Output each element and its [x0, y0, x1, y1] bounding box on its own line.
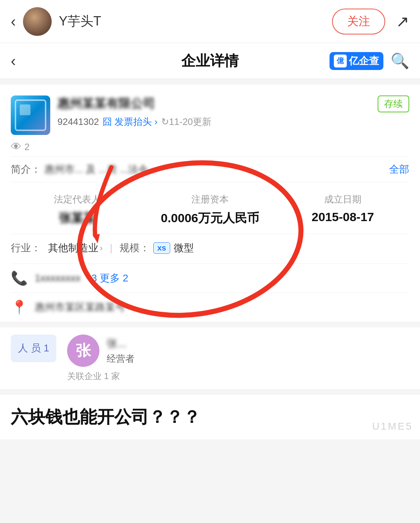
established-date-item: 成立日期 2015-08-17: [276, 193, 409, 227]
person-info: 张... 经营者: [107, 336, 135, 365]
user-name: Y芋头T: [59, 13, 332, 30]
industry-arrow-icon: ›: [100, 243, 103, 253]
personnel-content: 张 张... 经营者 关联企业 1 家: [67, 335, 409, 382]
person-card: 张 张... 经营者: [67, 335, 409, 367]
phone-icon: 📞: [11, 270, 28, 286]
address-icon: 📍: [11, 299, 28, 315]
summary-label: 简介：: [11, 163, 41, 176]
company-top-row: 惠州某某有限公司 92441302 囧 发票抬头 › ↻11-20更新 存续: [11, 95, 409, 135]
summary-more-link[interactable]: 全部: [389, 163, 409, 176]
person-avatar: 张: [67, 335, 99, 367]
yiqicha-icon: 億: [334, 55, 347, 67]
company-id: 92441302: [57, 116, 99, 127]
share-icon[interactable]: ↗: [396, 12, 409, 31]
summary-row: 简介： 惠州市... 及 ...类 ...法令... 全部: [11, 157, 409, 182]
views-row: 👁 2: [11, 141, 409, 153]
company-card: 惠州某某有限公司 92441302 囧 发票抬头 › ↻11-20更新 存续 👁…: [0, 85, 420, 322]
legal-rep-label: 法定代表人: [11, 193, 144, 206]
page-header: ‹ 企业详情 億 亿企查 🔍: [0, 43, 420, 79]
phone-text: 1xxxxxxxx: [35, 272, 81, 284]
address-text: 惠州市某区某路某号: [35, 300, 125, 314]
industry-row: 行业： 其他制造业 › | 规模： xs 微型: [11, 234, 409, 263]
scale-value: 微型: [174, 241, 194, 255]
xs-badge: xs: [153, 242, 170, 254]
person-name: 张...: [107, 336, 135, 351]
address-row: 📍 惠州市某区某路某号: [11, 293, 409, 322]
industry-value[interactable]: 其他制造业 ›: [48, 241, 103, 255]
company-logo: [11, 95, 50, 135]
industry-label: 行业：: [11, 241, 41, 255]
scale-section: 规模： xs 微型: [120, 241, 193, 255]
registered-capital-label: 注册资本: [144, 193, 276, 206]
page-back-button[interactable]: ‹: [11, 52, 16, 70]
established-date-value: 2015-08-17: [276, 210, 409, 224]
phone-more[interactable]: 3 更多 2: [92, 271, 129, 285]
watermark: U1ME5: [372, 421, 413, 432]
details-grid: 法定代表人 张某某 注册资本 0.0006万元人民币 成立日期 2015-08-…: [11, 182, 409, 234]
user-bar: ‹ Y芋头T 关注 ↗: [0, 0, 420, 43]
personnel-label: 人 员 1: [11, 335, 56, 362]
header-right: 億 亿企查 🔍: [330, 52, 409, 70]
status-badge: 存续: [378, 95, 409, 112]
follow-button[interactable]: 关注: [332, 9, 385, 34]
established-date-label: 成立日期: [276, 193, 409, 206]
summary-content: 惠州市... 及 ...类 ...法令...: [45, 163, 389, 176]
page-title: 企业详情: [181, 51, 239, 71]
top-back-button[interactable]: ‹: [11, 13, 16, 30]
company-info: 惠州某某有限公司 92441302 囧 发票抬头 › ↻11-20更新: [57, 95, 378, 128]
legal-rep-item: 法定代表人 张某某: [11, 193, 144, 227]
yiqicha-logo[interactable]: 億 亿企查: [330, 52, 383, 70]
registered-capital-item: 注册资本 0.0006万元人民币: [144, 193, 276, 227]
company-name: 惠州某某有限公司: [57, 95, 378, 112]
personnel-section: 人 员 1 张 张... 经营者 关联企业 1 家: [0, 327, 420, 389]
person-sub-info: 关联企业 1 家: [67, 370, 409, 382]
views-count: 2: [24, 141, 29, 153]
update-info: ↻11-20更新: [161, 116, 212, 128]
invoice-link[interactable]: 囧 发票抬头 ›: [103, 116, 158, 128]
post-section: 六块钱也能开公司？？？ U1ME5: [0, 395, 420, 439]
post-title: 六块钱也能开公司？？？: [11, 406, 409, 429]
legal-rep-value: 张某某: [11, 210, 144, 227]
person-role: 经营者: [107, 352, 135, 365]
registered-capital-value: 0.0006万元人民币: [144, 210, 276, 227]
user-avatar: [23, 7, 52, 36]
company-id-row: 92441302 囧 发票抬头 › ↻11-20更新: [57, 116, 378, 128]
views-icon: 👁: [11, 141, 22, 153]
contact-row: 📞 1xxxxxxxx 3 更多 2: [11, 263, 409, 293]
scale-label: 规模：: [120, 241, 150, 255]
search-icon[interactable]: 🔍: [391, 52, 409, 70]
yiqicha-brand-name: 亿企查: [349, 54, 379, 68]
